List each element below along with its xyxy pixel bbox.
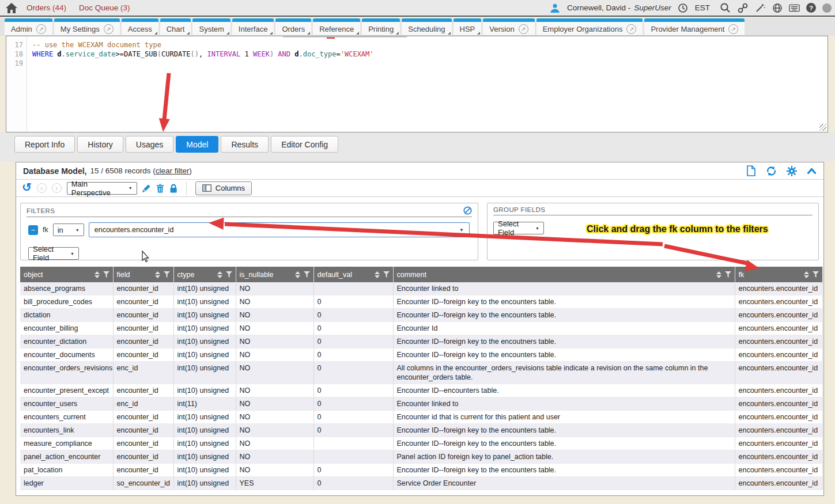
tab-report-info[interactable]: Report Info	[14, 136, 75, 153]
panel-header-icons	[746, 165, 817, 176]
tab-usages[interactable]: Usages	[126, 136, 173, 153]
nav-tab-version[interactable]: Version↗	[483, 18, 534, 36]
external-link-icon[interactable]: ↗	[36, 24, 46, 34]
table-row[interactable]: encounters_link encounter_id int(10) uns…	[20, 424, 822, 437]
col-header-comment[interactable]: comment	[393, 267, 735, 282]
table-row[interactable]: encounter_users enc_id int(11) NO 0 Enco…	[20, 397, 822, 411]
nav-tab-employer-organizations[interactable]: Employer Organizations↗	[536, 18, 643, 36]
col-header-fk[interactable]: fk	[735, 267, 822, 282]
link-icon[interactable]	[737, 2, 748, 13]
tab-editor-config[interactable]: Editor Config	[271, 136, 338, 153]
nav-tab-printing[interactable]: Printing	[362, 18, 400, 36]
tab-model[interactable]: Model	[176, 136, 218, 153]
cell-default-val: 0	[313, 397, 393, 411]
nav-tab-interface[interactable]: Interface	[232, 18, 274, 36]
undo-icon[interactable]: ↺	[22, 181, 32, 193]
table-row[interactable]: measure_compliance encounter_id int(10) …	[20, 437, 822, 450]
wand-icon[interactable]	[754, 2, 765, 13]
keyboard-icon[interactable]	[789, 2, 800, 13]
sort-icon[interactable]	[155, 271, 160, 278]
nav-tab-my-settings[interactable]: My Settings↗	[54, 18, 120, 36]
sort-icon[interactable]	[804, 271, 809, 278]
col-header-object[interactable]: object	[20, 267, 113, 282]
table-row[interactable]: panel_action_encounter encounter_id int(…	[20, 450, 822, 464]
external-link-icon[interactable]: ↗	[626, 24, 636, 34]
add-filter-select[interactable]: Select Field▼	[28, 247, 79, 260]
columns-button[interactable]: Columns	[195, 181, 252, 195]
tab-results[interactable]: Results	[221, 136, 269, 153]
remove-filter-button[interactable]: −	[28, 225, 38, 235]
search-icon[interactable]	[720, 2, 731, 13]
table-row[interactable]: absence_programs encounter_id int(10) un…	[20, 282, 822, 295]
topbar-link-orders[interactable]: Orders (44)	[27, 3, 66, 12]
col-header-is-nullable[interactable]: is_nullable	[236, 267, 313, 282]
table-row[interactable]: encounter_dictation encounter_id int(10)…	[20, 335, 822, 348]
prev-icon[interactable]: ‹	[37, 183, 47, 193]
nav-tab-provider-management[interactable]: Provider Management↗	[644, 18, 745, 36]
table-row[interactable]: ledger so_encounter_id int(10) unsigned …	[20, 477, 822, 490]
sort-icon[interactable]	[716, 271, 721, 278]
topbar-link-doc-queue[interactable]: Doc Queue (3)	[79, 3, 130, 12]
lock-icon[interactable]	[169, 184, 177, 193]
table-row[interactable]: encounter_documents encounter_id int(10)…	[20, 348, 822, 362]
filter-value-input[interactable]: encounters.encounter_id▼	[89, 222, 470, 237]
filter-icon[interactable]	[226, 271, 232, 278]
nav-tab-admin[interactable]: Admin↗	[5, 18, 52, 36]
nav-tab-reference[interactable]: Reference	[313, 18, 360, 36]
filter-icon[interactable]	[813, 271, 819, 278]
nav-tab-scheduling[interactable]: Scheduling	[402, 18, 451, 36]
cell-comment: Encounter ID--foreign key to the encount…	[393, 424, 735, 437]
sort-icon[interactable]	[95, 271, 100, 278]
edit-icon[interactable]	[142, 184, 151, 192]
collapse-icon[interactable]	[807, 168, 817, 175]
filter-icon[interactable]	[103, 271, 109, 278]
gear-icon[interactable]	[787, 166, 797, 176]
group-field-select[interactable]: Select Field▼	[493, 222, 544, 234]
tab-history[interactable]: History	[77, 136, 123, 153]
clear-filters-icon[interactable]	[463, 206, 472, 215]
filters-box: FILTERS − fk in▼ encounters.encounter_id…	[20, 203, 478, 260]
external-link-icon[interactable]: ↗	[104, 24, 114, 34]
table-row[interactable]: bill_procedure_codes encounter_id int(10…	[20, 295, 822, 309]
col-header-field[interactable]: field	[113, 267, 173, 282]
external-link-icon[interactable]: ↗	[728, 24, 738, 34]
table-row[interactable]: encounter_present_except encounter_id in…	[20, 384, 822, 397]
filter-icon[interactable]	[304, 271, 310, 278]
table-row[interactable]: encounter_orders_revisions enc_id int(10…	[20, 362, 822, 384]
cell-object: encounters_link	[20, 424, 113, 437]
editor-resize-handle[interactable]	[819, 124, 826, 131]
nav-tab-orders[interactable]: Orders	[275, 18, 311, 36]
table-row[interactable]: pat_location encounter_id int(10) unsign…	[20, 464, 822, 477]
col-header-default-val[interactable]: default_val	[313, 267, 393, 282]
table-row[interactable]: encounter_billing encounter_id int(10) u…	[20, 322, 822, 335]
clock-icon[interactable]	[678, 2, 689, 13]
filter-operator-select[interactable]: in▼	[53, 223, 84, 236]
sql-editor[interactable]: 17 18 19 -- use the WCEXAM document type…	[6, 36, 828, 132]
home-icon[interactable]	[6, 3, 17, 13]
nav-tab-hsp[interactable]: HSP	[454, 18, 482, 36]
nav-tab-access[interactable]: Access	[122, 18, 158, 36]
filter-icon[interactable]	[383, 271, 390, 278]
new-document-icon[interactable]	[746, 165, 756, 176]
delete-icon[interactable]	[156, 184, 164, 193]
help-icon[interactable]: ?	[806, 3, 816, 13]
filter-icon[interactable]	[725, 271, 731, 278]
sort-icon[interactable]	[295, 271, 300, 278]
globe-icon[interactable]	[772, 2, 783, 13]
filter-icon[interactable]	[164, 271, 170, 278]
sort-icon[interactable]	[375, 271, 380, 278]
nav-tab-chart[interactable]: Chart	[160, 18, 191, 36]
clear-filter-link[interactable]: clear filter	[156, 166, 190, 175]
user-name[interactable]: Cornewell, David - SuperUser	[567, 3, 671, 12]
next-icon[interactable]: ›	[52, 183, 62, 193]
table-row[interactable]: encounters_current encounter_id int(10) …	[20, 411, 822, 424]
cell-default-val	[313, 282, 393, 295]
external-link-icon[interactable]: ↗	[519, 24, 528, 34]
nav-tab-system[interactable]: System	[192, 18, 230, 36]
table-row[interactable]: dictation encounter_id int(10) unsigned …	[20, 309, 822, 322]
perspective-select[interactable]: Main Perspective▼	[67, 182, 137, 195]
refresh-icon[interactable]	[766, 166, 777, 176]
sort-icon[interactable]	[217, 271, 222, 278]
result-tabs-band: Report Info History Usages Model Results…	[0, 132, 835, 162]
col-header-ctype[interactable]: ctype	[173, 267, 236, 282]
